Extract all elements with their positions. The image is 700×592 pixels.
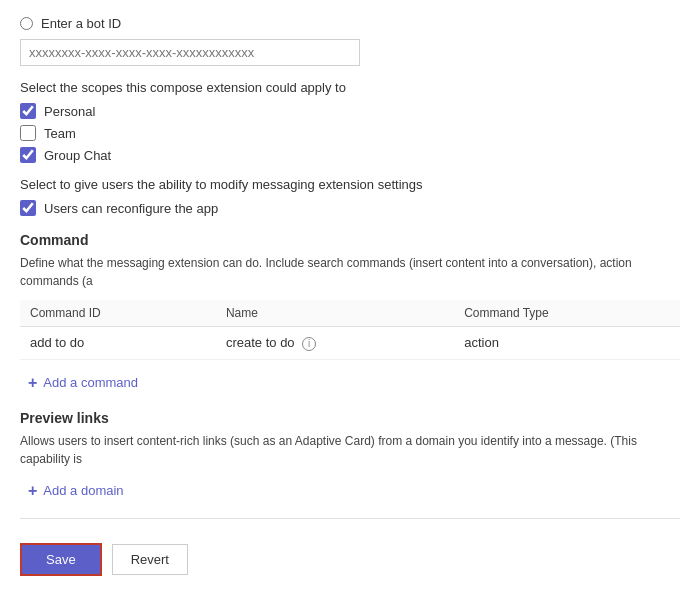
scope-groupchat-checkbox[interactable]	[20, 147, 36, 163]
scope-personal-row: Personal	[20, 103, 680, 119]
footer-divider	[20, 518, 680, 519]
reconfigure-checkbox[interactable]	[20, 200, 36, 216]
command-table-header-id: Command ID	[20, 300, 216, 327]
command-type-cell: action	[454, 327, 680, 360]
add-domain-button[interactable]: + Add a domain	[20, 478, 680, 504]
add-command-label: Add a command	[43, 375, 138, 390]
plus-icon: +	[28, 374, 37, 392]
scope-personal-label: Personal	[44, 104, 95, 119]
command-title: Command	[20, 232, 680, 248]
command-table: Command ID Name Command Type add to do c…	[20, 300, 680, 360]
scope-team-checkbox[interactable]	[20, 125, 36, 141]
preview-links-section: Preview links Allows users to insert con…	[20, 410, 680, 504]
scope-groupchat-label: Group Chat	[44, 148, 111, 163]
info-icon[interactable]: i	[302, 337, 316, 351]
add-domain-label: Add a domain	[43, 483, 123, 498]
command-desc: Define what the messaging extension can …	[20, 254, 680, 290]
preview-links-title: Preview links	[20, 410, 680, 426]
revert-button[interactable]: Revert	[112, 544, 188, 575]
bot-id-section: Enter a bot ID	[20, 16, 680, 66]
preview-links-desc: Allows users to insert content-rich link…	[20, 432, 680, 468]
command-name-text: create to do	[226, 335, 295, 350]
scope-team-row: Team	[20, 125, 680, 141]
add-command-button[interactable]: + Add a command	[20, 370, 680, 396]
main-container: Enter a bot ID Select the scopes this co…	[0, 0, 700, 592]
bot-id-radio-label: Enter a bot ID	[41, 16, 121, 31]
scope-team-label: Team	[44, 126, 76, 141]
plus-icon: +	[28, 482, 37, 500]
command-name-cell: create to do i	[216, 327, 454, 360]
reconfigure-section: Select to give users the ability to modi…	[20, 177, 680, 216]
command-table-header-name: Name	[216, 300, 454, 327]
save-button[interactable]: Save	[20, 543, 102, 576]
scopes-label: Select the scopes this compose extension…	[20, 80, 680, 95]
table-row: add to do create to do i action	[20, 327, 680, 360]
reconfigure-row: Users can reconfigure the app	[20, 200, 680, 216]
reconfigure-checkbox-label: Users can reconfigure the app	[44, 201, 218, 216]
scope-personal-checkbox[interactable]	[20, 103, 36, 119]
command-id-cell: add to do	[20, 327, 216, 360]
bot-id-input[interactable]	[20, 39, 360, 66]
command-section: Command Define what the messaging extens…	[20, 232, 680, 396]
reconfigure-label: Select to give users the ability to modi…	[20, 177, 680, 192]
scope-groupchat-row: Group Chat	[20, 147, 680, 163]
bot-id-radio[interactable]	[20, 17, 33, 30]
scopes-section: Select the scopes this compose extension…	[20, 80, 680, 163]
bot-id-radio-row: Enter a bot ID	[20, 16, 680, 31]
command-table-header-type: Command Type	[454, 300, 680, 327]
footer-buttons: Save Revert	[20, 535, 680, 576]
command-table-header-row: Command ID Name Command Type	[20, 300, 680, 327]
